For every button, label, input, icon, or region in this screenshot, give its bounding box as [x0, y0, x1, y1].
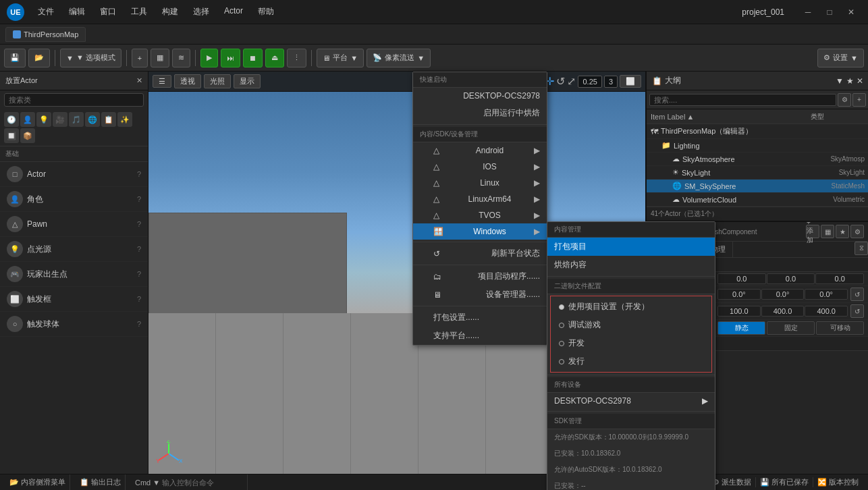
cat-lights[interactable]: 💡 [36, 112, 51, 127]
actor-item-triggerbox[interactable]: ⬜ 触发框 ? [0, 287, 148, 312]
tree-item-skysphere[interactable]: 🌐 SM_SkySphere StaticMesh [647, 180, 868, 193]
vp-maximize-btn[interactable]: ⬜ [620, 75, 641, 88]
cat-blueprint[interactable]: 📋 [101, 112, 116, 127]
location-z[interactable]: 0.0 [815, 273, 864, 284]
save-button[interactable]: 💾 [4, 49, 26, 67]
add-button[interactable]: + [132, 49, 148, 67]
cat-volume[interactable]: 📦 [20, 128, 35, 143]
tree-item-skyatmo[interactable]: ☁ SkyAtmosphere SkyAtmosp [647, 153, 868, 166]
tree-item-skylight[interactable]: ☀ SkyLight SkyLight [647, 166, 868, 180]
dd-bake[interactable]: 启用运行中烘焙 [413, 104, 547, 122]
vp-perspective-btn[interactable]: 透视 [174, 74, 201, 88]
location-y[interactable]: 0.0 [767, 273, 815, 284]
tree-item-lighting[interactable]: 📁 Lighting [647, 139, 868, 153]
dd-desktop[interactable]: DESKTOP-OCS2978 [413, 88, 547, 104]
dd-windows[interactable]: 🪟 Windows ▶ [413, 223, 547, 240]
dd-refresh[interactable]: ↺ 刷新平台状态 [413, 244, 547, 263]
cat-mesh[interactable]: 🌐 [85, 112, 100, 127]
rotation-x[interactable]: 0.0° [717, 289, 761, 300]
rotation-reset-icon[interactable]: ↺ [850, 288, 864, 301]
actor-item-character[interactable]: 👤 角色 ? [0, 187, 148, 212]
settings-button[interactable]: ⚙ 设置 ▼ [817, 49, 864, 67]
actor-help-triggersphere[interactable]: ? [137, 320, 141, 328]
derive-btn[interactable]: ⚙ 派生数据 [709, 477, 756, 487]
scale-z[interactable]: 400.0 [805, 306, 848, 317]
actor-help-triggerbox[interactable]: ? [137, 295, 141, 303]
vp-menu-btn[interactable]: ☰ [153, 75, 171, 88]
cat-shapes[interactable]: 👤 [20, 112, 35, 127]
menu-select[interactable]: 选择 [186, 3, 216, 20]
stop-button[interactable]: ⏹ [243, 49, 263, 67]
content-browser-btn[interactable]: 📂 内容侧滑菜单 [5, 474, 70, 490]
play-button[interactable]: ▶ [200, 49, 218, 67]
cat-recent[interactable]: 🕐 [4, 112, 19, 127]
place-actor-close[interactable]: ✕ [136, 76, 142, 85]
actor-search-input[interactable] [4, 93, 144, 107]
cat-decal[interactable]: 🔲 [4, 128, 19, 143]
outliner-settings-icon[interactable]: ⚙ [838, 93, 851, 107]
details-collapse-icon[interactable]: ⧖ [855, 242, 868, 255]
maximize-button[interactable]: □ [819, 5, 840, 19]
submenu-bake-content[interactable]: 烘焙内容 [547, 256, 645, 274]
cmd-input[interactable] [162, 479, 243, 487]
tree-item-volumetric[interactable]: ☁ VolumetricCloud Volumetric [647, 193, 868, 207]
submenu-dev[interactable]: 开发 [552, 334, 645, 352]
dd-android[interactable]: △ Android ▶ [413, 142, 547, 159]
platform-button[interactable]: 🖥 平台 ▼ [317, 49, 364, 67]
actor-item-playerstart[interactable]: 🎮 玩家出生点 ? [0, 262, 148, 287]
menu-help[interactable]: 帮助 [251, 3, 281, 20]
minimize-button[interactable]: ─ [798, 5, 818, 19]
actor-item-pointlight[interactable]: 💡 点光源 ? [0, 237, 148, 262]
tree-item-map[interactable]: 🗺 ThirdPersonMap（编辑器） [647, 124, 868, 139]
menu-window[interactable]: 窗口 [93, 3, 123, 20]
stream-button[interactable]: 📡 像素流送 ▼ [367, 49, 431, 67]
actor-item-triggersphere[interactable]: ○ 触发球体 ? [0, 312, 148, 337]
mobility-moveable-btn[interactable]: 可移动 [816, 321, 864, 335]
transform-scale-icon[interactable]: ⤢ [567, 75, 576, 88]
cat-camera[interactable]: 🎥 [53, 112, 67, 127]
menu-build[interactable]: 构建 [155, 3, 185, 20]
details-settings-icon[interactable]: ⚙ [850, 225, 864, 238]
menu-file[interactable]: 文件 [31, 3, 61, 20]
outliner-search-input[interactable] [649, 94, 836, 106]
location-x[interactable]: 0.0 [717, 273, 766, 284]
actor-item-actor[interactable]: □ Actor ? [0, 162, 148, 187]
outliner-filter-icon[interactable]: ▼ [836, 76, 844, 86]
dd-linuxarm[interactable]: △ LinuxArm64 ▶ [413, 191, 547, 207]
dd-project-startup[interactable]: 🗂 项目启动程序...... [413, 267, 547, 285]
actor-item-pawn[interactable]: △ Pawn ? [0, 212, 148, 237]
mobility-fixed-btn[interactable]: 固定 [767, 321, 815, 335]
menu-tools[interactable]: 工具 [124, 3, 154, 20]
more-button[interactable]: ⋮ [287, 49, 306, 67]
submenu-desktop[interactable]: DESKTOP-OCS2978 ▶ [547, 393, 645, 409]
vp-show-btn[interactable]: 显示 [234, 74, 261, 88]
actor-help-actor[interactable]: ? [137, 170, 141, 178]
rotation-z[interactable]: 0.0° [805, 289, 848, 300]
step-button[interactable]: ⏭ [221, 49, 240, 67]
submenu-package-project[interactable]: 打包项目 [547, 238, 645, 256]
actor-help-pointlight[interactable]: ? [137, 245, 141, 253]
version-control-btn[interactable]: 🔀 版本控制 [813, 477, 863, 487]
submenu-use-project-dev[interactable]: 使用项目设置（开发） [552, 298, 645, 316]
close-button[interactable]: ✕ [841, 5, 861, 19]
actor-help-pawn[interactable]: ? [137, 220, 141, 228]
anim-button[interactable]: ≋ [172, 49, 190, 67]
menu-actor[interactable]: Actor [217, 3, 250, 20]
dd-tvos[interactable]: △ TVOS ▶ [413, 207, 547, 223]
viewport[interactable]: ☰ 透视 光照 显示 ↖ ✛ ↺ ⤢ 0.25 3 ⬜ [148, 72, 645, 474]
map-tab[interactable]: ThirdPersonMap [5, 27, 86, 42]
open-button[interactable]: 📂 [28, 49, 50, 67]
outliner-close-btn[interactable]: ✕ [857, 76, 863, 86]
menu-edit[interactable]: 编辑 [62, 3, 92, 20]
scale-x[interactable]: 100.0 [717, 306, 761, 317]
scale-y[interactable]: 400.0 [761, 306, 805, 317]
dd-device-manager[interactable]: 🖥 设备管理器...... [413, 285, 547, 304]
dd-support-platform[interactable]: 支持平台...... [413, 327, 547, 345]
details-grid-icon[interactable]: ▦ [821, 225, 834, 238]
saved-btn[interactable]: 💾 所有已保存 [756, 477, 813, 487]
rotation-y[interactable]: 0.0° [761, 289, 805, 300]
dd-linux[interactable]: △ Linux ▶ [413, 175, 547, 191]
actor-help-playerstart[interactable]: ? [137, 270, 141, 278]
vp-lighting-btn[interactable]: 光照 [204, 74, 231, 88]
eject-button[interactable]: ⏏ [265, 49, 284, 67]
